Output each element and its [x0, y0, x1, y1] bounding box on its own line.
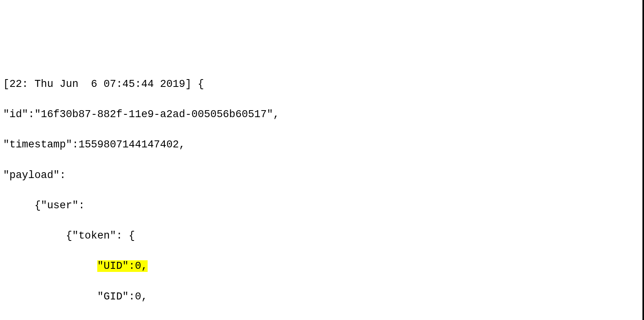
log-payload-line: "payload": — [3, 168, 639, 183]
log-output: [22: Thu Jun 6 07:45:44 2019] { "id":"16… — [3, 62, 639, 320]
log-id-line: "id":"16f30b87-882f-11e9-a2ad-005056b605… — [3, 107, 639, 122]
highlighted-uid: "UID":0, — [97, 260, 148, 272]
log-header-line: [22: Thu Jun 6 07:45:44 2019] { — [3, 77, 639, 92]
log-user-line: {"user": — [3, 198, 639, 213]
log-uid-line: "UID":0, — [3, 259, 639, 274]
log-timestamp-line: "timestamp":1559807144147402, — [3, 137, 639, 152]
log-gid-line: "GID":0, — [3, 289, 639, 304]
log-token-line: {"token": { — [3, 228, 639, 244]
